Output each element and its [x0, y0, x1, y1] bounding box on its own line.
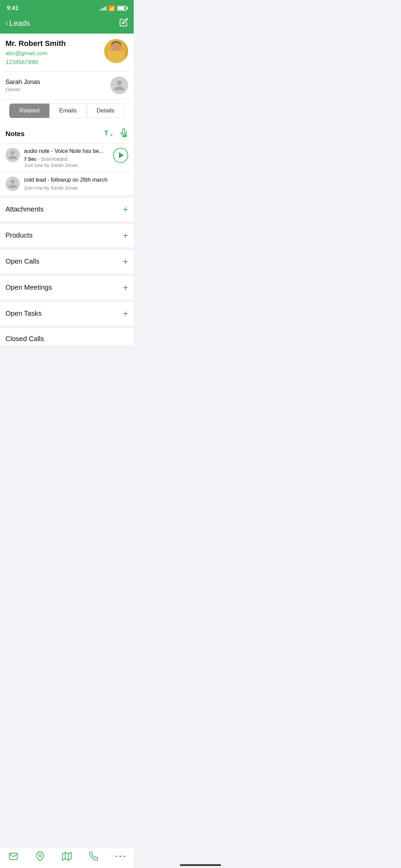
- note-avatar-2: [5, 177, 20, 191]
- back-button[interactable]: ‹ Leads: [5, 19, 30, 28]
- open-tasks-title: Open Tasks: [5, 310, 41, 317]
- owner-name: Sarah Jonas: [5, 79, 110, 86]
- closed-calls-title: Closed Calls: [5, 335, 44, 343]
- svg-text:T: T: [104, 129, 108, 137]
- nav-back-label: Leads: [9, 19, 30, 28]
- content-area: Notes T + +: [0, 123, 134, 376]
- open-tasks-section: Open Tasks +: [0, 302, 134, 325]
- chevron-left-icon: ‹: [5, 20, 8, 27]
- notes-header: Notes T + +: [0, 123, 134, 143]
- play-button[interactable]: [113, 148, 128, 163]
- open-tasks-add-button[interactable]: +: [123, 309, 128, 318]
- notes-actions: T + +: [104, 128, 128, 139]
- text-add-icon[interactable]: T +: [104, 129, 114, 139]
- open-calls-title: Open Calls: [5, 257, 39, 265]
- svg-text:+: +: [125, 134, 127, 137]
- status-icons: 📶: [100, 5, 127, 12]
- note-title-2: cold lead - followup on 26th march: [24, 177, 128, 184]
- note-item-audio: audio note - Voice Note has be... 7 Sec …: [0, 143, 134, 172]
- note-title-1: audio note - Voice Note has be...: [24, 148, 109, 155]
- nav-bar: ‹ Leads: [0, 14, 134, 34]
- closed-calls-section: Closed Calls: [0, 328, 134, 346]
- note-content-1: audio note - Voice Note has be... 7 Sec …: [24, 148, 109, 168]
- profile-name: Mr. Robert Smith: [5, 39, 104, 48]
- open-meetings-add-button[interactable]: +: [123, 283, 128, 292]
- play-icon: [119, 152, 124, 158]
- note-author-2: Just now by Sarah Jonas: [24, 185, 128, 191]
- owner-section: Sarah Jonas Owner: [0, 72, 134, 99]
- status-bar: 9:41 📶: [0, 0, 134, 14]
- tab-emails[interactable]: Emails: [49, 104, 87, 118]
- profile-info: Mr. Robert Smith abc@gmail.com 123456789…: [5, 39, 104, 66]
- open-meetings-section: Open Meetings +: [0, 276, 134, 299]
- tab-related[interactable]: Related: [9, 104, 49, 118]
- svg-text:+: +: [110, 132, 113, 137]
- signal-icon: [100, 6, 106, 11]
- open-calls-section: Open Calls +: [0, 250, 134, 273]
- products-title: Products: [5, 231, 33, 239]
- notes-title: Notes: [5, 130, 25, 138]
- profile-phone[interactable]: 1234567890: [5, 59, 104, 66]
- note-status: - Downloaded: [38, 156, 67, 162]
- tab-details[interactable]: Details: [87, 104, 124, 118]
- products-add-button[interactable]: +: [123, 231, 128, 240]
- note-duration: 7 Sec: [24, 156, 37, 162]
- attachments-add-button[interactable]: +: [123, 205, 128, 214]
- tabs-container: Related Emails Details: [0, 99, 134, 123]
- note-item-text: cold lead - followup on 26th march Just …: [0, 172, 134, 195]
- avatar: [104, 39, 128, 63]
- open-meetings-title: Open Meetings: [5, 284, 52, 291]
- open-calls-add-button[interactable]: +: [123, 257, 128, 266]
- profile-email[interactable]: abc@gmail.com: [5, 50, 104, 57]
- note-avatar-1: [5, 148, 20, 162]
- note-content-2: cold lead - followup on 26th march Just …: [24, 177, 128, 191]
- note-author-1: Just now by Sarah Jonas: [24, 162, 109, 168]
- notes-section: Notes T + +: [0, 123, 134, 195]
- owner-info: Sarah Jonas Owner: [5, 79, 110, 92]
- edit-icon[interactable]: [119, 18, 128, 29]
- wifi-icon: 📶: [108, 5, 115, 12]
- battery-icon: [117, 6, 127, 11]
- status-time: 9:41: [7, 5, 19, 12]
- profile-section: Mr. Robert Smith abc@gmail.com 123456789…: [0, 34, 134, 71]
- note-meta-1: 7 Sec - Downloaded: [24, 156, 109, 162]
- products-section: Products +: [0, 224, 134, 247]
- owner-label: Owner: [5, 86, 110, 92]
- mic-add-icon[interactable]: +: [119, 128, 128, 139]
- owner-avatar: [110, 76, 128, 94]
- attachments-section: Attachments +: [0, 198, 134, 221]
- attachments-title: Attachments: [5, 205, 44, 213]
